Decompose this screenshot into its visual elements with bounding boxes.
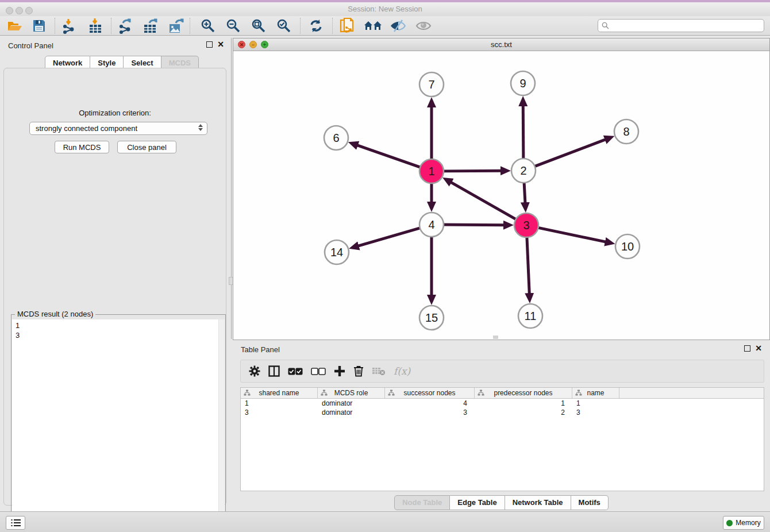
graph-node-2[interactable]: 2 (511, 159, 536, 183)
save-session-button[interactable] (28, 17, 51, 34)
export-table-button[interactable] (139, 17, 162, 34)
import-network-button[interactable] (57, 17, 80, 34)
tree-icon (388, 390, 395, 396)
graph-edge-3-1[interactable] (450, 182, 516, 219)
search-field[interactable] (598, 19, 764, 32)
float-panel-icon[interactable] (744, 345, 750, 352)
graph-node-10[interactable]: 10 (615, 234, 640, 259)
refresh-button[interactable] (305, 17, 328, 34)
graph-node-4[interactable]: 4 (419, 213, 444, 237)
panel-divider[interactable] (231, 38, 232, 339)
graph-edge-1-2[interactable] (443, 171, 502, 171)
scrollbar-track[interactable] (218, 319, 225, 530)
toolbar-separator (332, 18, 333, 34)
column-header-shared-name[interactable]: shared name (241, 388, 318, 398)
close-panel-icon[interactable]: ✕ (217, 41, 224, 48)
table-cell[interactable]: 3 (385, 408, 475, 417)
add-row-button[interactable] (334, 363, 345, 379)
graph-node-9[interactable]: 9 (511, 71, 535, 95)
function-builder-button[interactable]: f(x) (394, 363, 410, 379)
duplicate-network-button[interactable] (336, 17, 359, 34)
float-panel-icon[interactable] (206, 41, 213, 48)
import-network-icon (61, 18, 77, 34)
status-bar: Memory (0, 511, 770, 532)
export-image-button[interactable] (164, 17, 187, 34)
table-cell[interactable]: dominator (318, 399, 385, 408)
table-cell[interactable]: dominator (318, 408, 385, 417)
table-row[interactable]: 3dominator323 (241, 408, 764, 417)
close-panel-button[interactable]: Close panel (117, 141, 176, 153)
tab-network-table[interactable]: Network Table (505, 495, 571, 510)
network-overview-button[interactable] (361, 17, 384, 34)
graph-edge-2-9[interactable] (523, 105, 523, 159)
close-panel-icon[interactable]: ✕ (755, 345, 762, 352)
graph-node-11[interactable]: 11 (518, 304, 542, 328)
control-panel-header: Control Panel ✕ (0, 38, 230, 53)
network-view-window: ✕ − + scc.txt 7968124314101511 (233, 38, 770, 340)
canvas-scroll-thumb[interactable] (493, 336, 498, 339)
graph-node-15[interactable]: 15 (419, 306, 444, 330)
zoom-selected-button[interactable] (272, 17, 295, 34)
graph-node-3[interactable]: 3 (514, 213, 538, 237)
column-header-successor-nodes[interactable]: successor nodes (385, 388, 475, 398)
task-history-button[interactable] (6, 516, 25, 530)
toolbar-separator (190, 18, 190, 34)
graph-edge-4-3[interactable] (443, 225, 505, 225)
graph-node-7[interactable]: 7 (419, 72, 444, 97)
show-eye-button[interactable] (412, 17, 435, 34)
table-cell[interactable]: 3 (572, 408, 619, 417)
tab-edge-table[interactable]: Edge Table (450, 495, 505, 510)
export-network-button[interactable] (114, 17, 137, 34)
open-session-button[interactable] (3, 17, 26, 34)
zoom-out-button[interactable] (222, 17, 245, 34)
gear-button[interactable] (249, 363, 260, 379)
mcds-result-item[interactable]: 3 (16, 330, 225, 340)
column-header-MCDS-role[interactable]: MCDS role (318, 388, 385, 398)
table-cell[interactable]: 3 (241, 408, 318, 417)
network-graph[interactable]: 7968124314101511 (233, 51, 769, 340)
delete-row-button[interactable] (353, 363, 364, 379)
graph-node-6[interactable]: 6 (324, 126, 348, 150)
network-canvas[interactable]: 7968124314101511 (233, 51, 769, 340)
table-cell[interactable]: 1 (572, 399, 619, 408)
tab-node-table[interactable]: Node Table (394, 495, 450, 510)
table-cell[interactable]: 1 (475, 399, 572, 408)
table-cell[interactable]: 4 (385, 399, 475, 408)
import-table-button[interactable] (84, 17, 107, 34)
table-cell[interactable]: 1 (241, 399, 318, 408)
memory-button[interactable]: Memory (723, 516, 764, 530)
criterion-dropdown[interactable]: strongly connected component (29, 122, 207, 135)
zoom-fit-button[interactable] (247, 17, 270, 34)
mcds-result-item[interactable]: 1 (16, 321, 225, 330)
graph-node-1[interactable]: 1 (419, 159, 444, 183)
toolbar-separator (300, 18, 301, 34)
column-header-predecessor-nodes[interactable]: predecessor nodes (475, 388, 572, 398)
delete-table-button[interactable] (372, 363, 386, 379)
graph-edge-4-14[interactable] (357, 228, 421, 246)
graph-edge-1-6[interactable] (356, 145, 421, 167)
graph-edge-3-11[interactable] (527, 237, 529, 295)
run-mcds-button[interactable]: Run MCDS (55, 141, 109, 153)
tab-motifs[interactable]: Motifs (571, 495, 609, 510)
column-header-filler (619, 388, 764, 398)
zoom-in-button[interactable] (197, 17, 220, 34)
open-session-icon (7, 19, 23, 33)
close-panel-label: Close panel (127, 143, 167, 152)
graph-node-8[interactable]: 8 (614, 119, 638, 144)
show-columns-button[interactable] (268, 363, 280, 379)
graph-edge-2-3[interactable] (524, 182, 525, 204)
table-row[interactable]: 1dominator411 (241, 399, 764, 408)
deselect-all-button[interactable] (311, 363, 326, 379)
hide-panels-button[interactable] (386, 17, 409, 34)
select-all-button[interactable] (288, 363, 303, 379)
dropdown-stepper-icon (198, 124, 203, 131)
memory-status-icon (726, 520, 733, 526)
graph-edge-2-8[interactable] (534, 139, 607, 167)
graph-node-14[interactable]: 14 (325, 240, 349, 264)
column-header-name[interactable]: name (572, 388, 619, 398)
graph-edge-3-10[interactable] (538, 228, 607, 242)
mcds-result-list[interactable]: 13 (12, 319, 225, 530)
search-input[interactable] (611, 22, 764, 30)
network-window-titlebar[interactable]: ✕ − + scc.txt (233, 38, 769, 51)
table-cell[interactable]: 2 (475, 408, 572, 417)
